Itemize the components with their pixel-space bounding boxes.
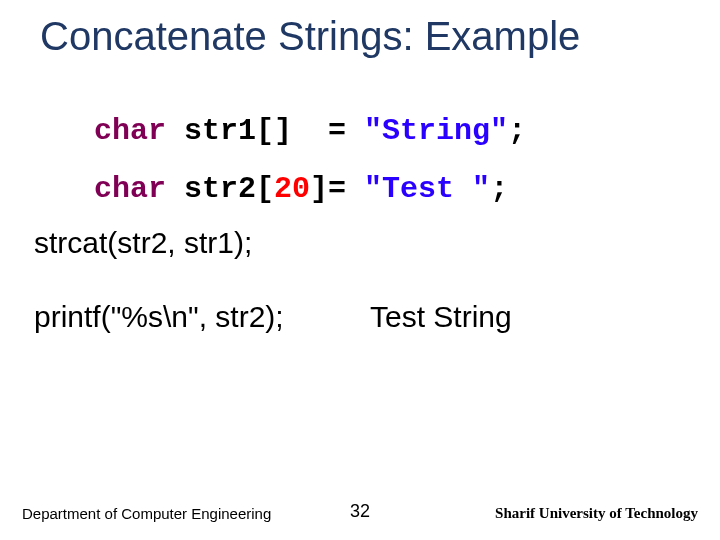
code-fragment: ; — [508, 114, 526, 148]
keyword-char: char — [94, 172, 166, 206]
slide-title: Concatenate Strings: Example — [40, 14, 580, 59]
slide: Concatenate Strings: Example char str1[]… — [0, 0, 720, 540]
code-line-4: printf("%s\n", str2); — [34, 300, 284, 334]
code-fragment: ]= — [310, 172, 364, 206]
code-line-2: char str2[20]= "Test "; — [22, 138, 508, 240]
code-line-3: strcat(str2, str1); — [34, 226, 252, 260]
number-literal: 20 — [274, 172, 310, 206]
program-output: Test String — [370, 300, 512, 334]
string-literal: "Test " — [364, 172, 490, 206]
footer-university: Sharif University of Technology — [495, 505, 698, 522]
code-fragment: str2[ — [166, 172, 274, 206]
code-fragment: ; — [490, 172, 508, 206]
